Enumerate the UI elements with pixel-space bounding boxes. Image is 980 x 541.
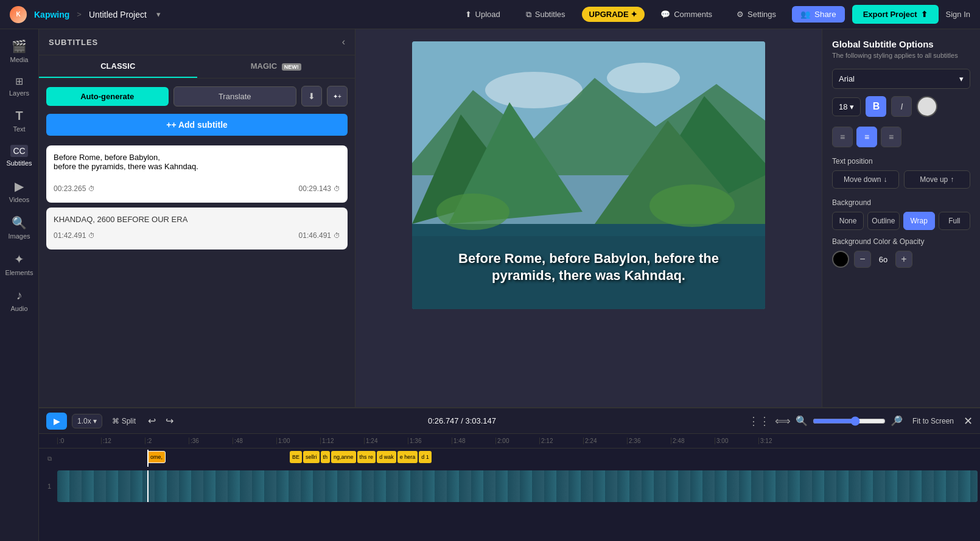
fit-to-screen-button[interactable]: Fit to Screen xyxy=(908,414,959,428)
subtitle-clip[interactable]: BE xyxy=(290,451,302,463)
bold-button[interactable]: B xyxy=(866,96,886,117)
redo-button[interactable]: ↪ xyxy=(163,413,176,429)
subtitle-clip[interactable]: e hera xyxy=(397,451,418,463)
video-track-content[interactable] xyxy=(57,470,978,502)
zoom-in-button[interactable]: 🔍 xyxy=(796,415,808,427)
subtitle-clip[interactable]: ths re xyxy=(357,451,376,463)
move-down-icon: ↓ xyxy=(883,175,887,184)
subtitle-end-time[interactable]: 00:29.143 ⏱ xyxy=(299,184,340,193)
add-subtitle-button[interactable]: + + Add subtitle xyxy=(46,114,348,136)
opacity-value: 6o xyxy=(876,255,891,264)
subtitle-clip[interactable]: ng,anne xyxy=(331,451,356,463)
bg-full-button[interactable]: Full xyxy=(939,212,970,230)
sidebar-item-subtitles[interactable]: CC Subtitles xyxy=(2,140,37,172)
tab-magic[interactable]: MAGIC NEW! xyxy=(197,55,355,78)
sidebar-item-images[interactable]: 🔍 Images xyxy=(2,211,37,245)
add-icon: + xyxy=(166,120,171,130)
move-up-button[interactable]: Move up ↑ xyxy=(904,170,971,189)
subtitle-clips: ome, BE sellri th ng,anne ths re d wak e… xyxy=(147,451,980,463)
brand-link[interactable]: Kapwing xyxy=(34,10,69,19)
subtitles-icon: CC xyxy=(10,145,27,157)
comments-button[interactable]: 💬 Comments xyxy=(652,6,721,23)
speed-selector[interactable]: 1.0x ▾ xyxy=(72,414,102,428)
subtitle-track-icon: ⧉ xyxy=(47,455,52,462)
bg-color-swatch[interactable] xyxy=(832,251,849,268)
subtitle-start-time[interactable]: 00:23.265 ⏱ xyxy=(54,184,95,193)
upload-button[interactable]: ⬆ Upload xyxy=(456,5,509,23)
sidebar-item-layers[interactable]: ⊞ Layers xyxy=(2,71,37,102)
font-select[interactable]: Arial ▾ xyxy=(832,69,970,89)
layers-icon: ⊞ xyxy=(15,75,23,87)
clock-icon-4: ⏱ xyxy=(334,232,340,239)
font-size-select[interactable]: 18 ▾ xyxy=(832,97,861,116)
move-down-button[interactable]: Move down ↓ xyxy=(832,170,899,189)
timeline-right-controls: ⋮⋮ ⟺ 🔍 🔎 Fit to Screen ✕ xyxy=(748,414,973,428)
subtitle-actions: Auto-generate Translate ⬇ ✦+ xyxy=(39,79,355,114)
timeline-area: ▶ 1.0x ▾ ⌘ Split ↩ ↪ 0:26.747 / 3:03.147… xyxy=(39,407,980,541)
sidebar-item-videos[interactable]: ▶ Videos xyxy=(2,174,37,208)
ruler-mark: 2:48 xyxy=(671,438,715,444)
subtitle-clip[interactable]: d wak xyxy=(377,451,396,463)
subtitle-clip[interactable]: th xyxy=(321,451,331,463)
translate-button[interactable]: Translate xyxy=(173,86,297,106)
svg-point-2 xyxy=(485,72,583,108)
bg-none-button[interactable]: None xyxy=(832,212,864,230)
subtitle-clip[interactable]: ome, xyxy=(147,451,166,463)
upgrade-button[interactable]: UPGRADE ✦ xyxy=(582,7,645,22)
signin-button[interactable]: Sign In xyxy=(946,10,970,19)
bg-color-opacity-label: Background Color & Opacity xyxy=(832,237,970,246)
background-buttons: None Outline Wrap Full xyxy=(832,212,970,230)
app-logo: K xyxy=(10,6,27,23)
share-button[interactable]: 👥 Share xyxy=(792,6,845,23)
panel-close-button[interactable]: ‹ xyxy=(342,37,345,47)
elements-icon: ✦ xyxy=(14,252,24,267)
video-container[interactable]: Before Rome, before Babylon, before the … xyxy=(412,41,765,309)
align-center-button[interactable]: ≡ xyxy=(856,127,877,147)
zoom-slider[interactable] xyxy=(813,416,886,426)
font-dropdown-icon: ▾ xyxy=(959,74,964,83)
timeline-close-button[interactable]: ✕ xyxy=(964,414,973,428)
sidebar-item-media[interactable]: 🎬 Media xyxy=(2,34,37,68)
undo-button[interactable]: ↩ xyxy=(145,413,158,429)
subtitle-end-time-2[interactable]: 01:46.491 ⏱ xyxy=(299,231,340,240)
align-left-button[interactable]: ≡ xyxy=(832,127,853,147)
export-button[interactable]: Export Project ⬆ xyxy=(852,5,939,24)
subtitle-timecodes: 00:23.265 ⏱ 00:29.143 ⏱ xyxy=(54,182,340,195)
subtitle-start-time-2[interactable]: 01:42.491 ⏱ xyxy=(54,231,95,240)
subtitle-text-2[interactable]: KHANDAQ, 2600 BEFORE OUR ERA xyxy=(54,215,340,229)
add-subtitle-icon-button[interactable]: ✦+ xyxy=(327,86,348,106)
subtitle-text-input[interactable]: Before Rome, before Babylon, before the … xyxy=(54,153,340,180)
sidebar: 🎬 Media ⊞ Layers T Text CC Subtitles ▶ V… xyxy=(0,29,39,541)
subtitle-card: Before Rome, before Babylon, before the … xyxy=(46,145,348,203)
tab-classic[interactable]: CLASSIC xyxy=(39,55,197,78)
align-right-button[interactable]: ≡ xyxy=(881,127,901,147)
subtitles-nav-button[interactable]: ⧉ Subtitles xyxy=(517,5,575,24)
subtitle-clip[interactable]: d 1 xyxy=(419,451,432,463)
project-name[interactable]: Untitled Project xyxy=(89,10,147,19)
sidebar-item-text[interactable]: T Text xyxy=(2,104,37,138)
zoom-out-button[interactable]: 🔎 xyxy=(891,415,903,427)
import-subtitle-button[interactable]: ⬇ xyxy=(301,86,322,106)
clock-icon-3: ⏱ xyxy=(88,232,95,239)
autogenerate-button[interactable]: Auto-generate xyxy=(46,87,169,106)
italic-button[interactable]: I xyxy=(891,96,912,117)
panel-title: SUBTITLES xyxy=(49,38,98,47)
play-button[interactable]: ▶ xyxy=(46,413,67,430)
settings-button[interactable]: ⚙ Settings xyxy=(728,6,785,23)
subtitle-clip[interactable]: sellri xyxy=(303,451,320,463)
images-icon: 🔍 xyxy=(12,215,27,230)
ruler-mark: 1:36 xyxy=(408,438,452,444)
opacity-decrease-button[interactable]: − xyxy=(854,251,871,268)
video-filmstrip xyxy=(57,470,978,502)
bg-outline-button[interactable]: Outline xyxy=(867,212,899,230)
sidebar-item-audio[interactable]: ♪ Audio xyxy=(2,284,37,317)
timeline-ruler: :0 :12 :2 :36 :48 1:00 1:12 1:24 1:36 1:… xyxy=(39,434,980,449)
split-button[interactable]: ⌘ Split xyxy=(107,414,141,428)
text-color-swatch[interactable] xyxy=(917,96,937,117)
project-dropdown-icon[interactable]: ▾ xyxy=(156,10,161,19)
bg-wrap-button[interactable]: Wrap xyxy=(903,212,935,230)
opacity-increase-button[interactable]: + xyxy=(895,251,912,268)
sidebar-item-elements[interactable]: ✦ Elements xyxy=(2,247,37,281)
size-dropdown-icon: ▾ xyxy=(850,102,854,111)
font-row: Arial ▾ xyxy=(832,69,970,89)
